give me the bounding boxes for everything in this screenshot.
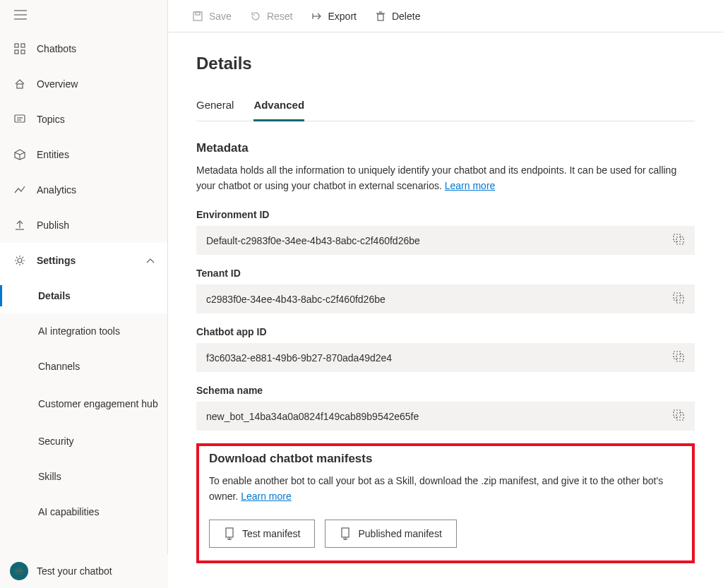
delete-label: Delete (392, 11, 420, 22)
sidebar-item-label: Customer engagement hub (38, 397, 158, 411)
svg-rect-26 (378, 14, 383, 20)
app-id-label: Chatbot app ID (196, 326, 695, 337)
sidebar-item-security[interactable]: Security (0, 424, 167, 459)
schema-name-label: Schema name (196, 385, 695, 396)
env-id-label: Environment ID (196, 209, 695, 220)
published-manifest-button[interactable]: Published manifest (325, 520, 456, 548)
svg-line-12 (15, 152, 20, 155)
test-chatbot-label: Test your chatbot (37, 565, 112, 577)
metadata-description: Metadata holds all the information to un… (196, 162, 695, 193)
test-chatbot-button[interactable]: Test your chatbot (0, 554, 168, 588)
svg-point-17 (18, 258, 22, 263)
reset-label: Reset (267, 11, 293, 22)
svg-rect-7 (17, 84, 23, 88)
delete-button[interactable]: Delete (368, 6, 427, 26)
svg-rect-8 (15, 115, 25, 122)
env-id-field: Default-c2983f0e-34ee-4b43-8abc-c2f460fd… (196, 226, 695, 255)
schema-name-field: new_bot_14ba34a0a0824f149cab89b9542e65fe (196, 402, 695, 431)
copy-icon[interactable] (672, 292, 685, 306)
svg-point-20 (20, 570, 21, 572)
sidebar-item-topics[interactable]: Topics (0, 102, 167, 137)
sidebar-item-analytics[interactable]: Analytics (0, 172, 167, 208)
chart-icon (14, 184, 37, 196)
svg-rect-5 (15, 50, 18, 54)
sidebar-item-overview[interactable]: Overview (0, 66, 167, 102)
sidebar-item-label: Settings (37, 255, 76, 266)
svg-rect-6 (21, 50, 25, 54)
cube-icon (14, 149, 37, 160)
tenant-id-label: Tenant ID (196, 268, 695, 279)
sidebar-item-label: Details (38, 290, 71, 301)
sidebar-item-label: Security (38, 436, 74, 447)
reset-button: Reset (243, 6, 300, 26)
copy-icon[interactable] (672, 409, 685, 424)
sidebar-item-label: AI integration tools (38, 325, 120, 337)
schema-name-value: new_bot_14ba34a0a0824f149cab89b9542e65fe (206, 411, 419, 422)
home-icon (14, 78, 37, 90)
manifests-learn-more-link[interactable]: Learn more (241, 491, 292, 502)
hamburger-icon[interactable] (14, 10, 27, 22)
svg-rect-30 (676, 237, 683, 244)
sidebar-item-chatbots[interactable]: Chatbots (0, 31, 167, 66)
tab-advanced[interactable]: Advanced (253, 99, 304, 121)
download-manifests-section: Download chatbot manifests To enable ano… (196, 443, 695, 563)
svg-rect-32 (676, 296, 683, 303)
copy-icon[interactable] (672, 233, 685, 248)
sidebar-item-settings[interactable]: Settings (0, 243, 167, 278)
sidebar-item-label: Chatbots (37, 43, 76, 54)
sidebar-item-engagement-hub[interactable]: Customer engagement hub (0, 384, 167, 424)
chevron-up-icon (146, 255, 155, 266)
sidebar-item-label: Overview (37, 78, 78, 90)
sidebar-item-skills[interactable]: Skills (0, 459, 167, 494)
save-label: Save (209, 11, 232, 22)
export-label: Export (328, 11, 357, 22)
chat-icon (14, 114, 37, 125)
manifests-description: To enable another bot to call your bot a… (209, 473, 682, 504)
manifests-heading: Download chatbot manifests (209, 452, 682, 466)
app-id-field: f3c603a2-e881-49b6-9b27-870ada49d2e4 (196, 343, 695, 372)
tabs: General Advanced (196, 99, 695, 121)
grid-icon (14, 43, 37, 54)
app-id-value: f3c603a2-e881-49b6-9b27-870ada49d2e4 (206, 352, 392, 364)
sidebar-item-details[interactable]: Details (0, 278, 167, 313)
upload-icon (14, 220, 37, 231)
sidebar-item-entities[interactable]: Entities (0, 137, 167, 172)
svg-rect-38 (342, 528, 349, 537)
sidebar-item-publish[interactable]: Publish (0, 208, 167, 243)
main-content: Save Reset Export Delete Details General… (168, 0, 723, 588)
sidebar-item-label: Skills (38, 471, 61, 482)
sidebar: Chatbots Overview Topics Entities Analyt… (0, 0, 168, 588)
toolbar: Save Reset Export Delete (168, 0, 723, 32)
svg-rect-3 (15, 44, 18, 47)
svg-rect-23 (196, 12, 200, 15)
sidebar-item-label: Entities (37, 149, 69, 160)
env-id-value: Default-c2983f0e-34ee-4b43-8abc-c2f460fd… (206, 235, 420, 246)
sidebar-item-ai-integration[interactable]: AI integration tools (0, 313, 167, 349)
svg-line-13 (20, 152, 25, 155)
svg-rect-36 (676, 413, 683, 420)
sidebar-item-label: Analytics (37, 184, 76, 196)
svg-rect-35 (674, 410, 681, 417)
tenant-id-value: c2983f0e-34ee-4b43-8abc-c2f460fd26be (206, 294, 386, 305)
tab-general[interactable]: General (196, 99, 234, 121)
copy-icon[interactable] (672, 350, 685, 365)
page-title: Details (196, 54, 695, 73)
svg-point-19 (17, 570, 18, 572)
sidebar-item-label: AI capabilities (38, 506, 99, 517)
sidebar-item-ai-capabilities[interactable]: AI capabilities (0, 494, 167, 529)
save-button: Save (185, 6, 239, 26)
test-manifest-button[interactable]: Test manifest (209, 520, 315, 548)
sidebar-item-channels[interactable]: Channels (0, 349, 167, 384)
sidebar-item-label: Channels (38, 361, 80, 372)
svg-rect-37 (226, 528, 233, 537)
metadata-desc-text: Metadata holds all the information to un… (196, 164, 676, 191)
svg-rect-33 (674, 352, 681, 359)
metadata-learn-more-link[interactable]: Learn more (445, 180, 496, 191)
svg-rect-4 (21, 44, 25, 47)
gear-icon (14, 255, 37, 266)
svg-rect-29 (674, 234, 681, 241)
bot-icon (10, 562, 28, 580)
export-button[interactable]: Export (304, 6, 364, 26)
sidebar-item-label: Publish (37, 220, 69, 231)
svg-rect-34 (676, 354, 683, 361)
